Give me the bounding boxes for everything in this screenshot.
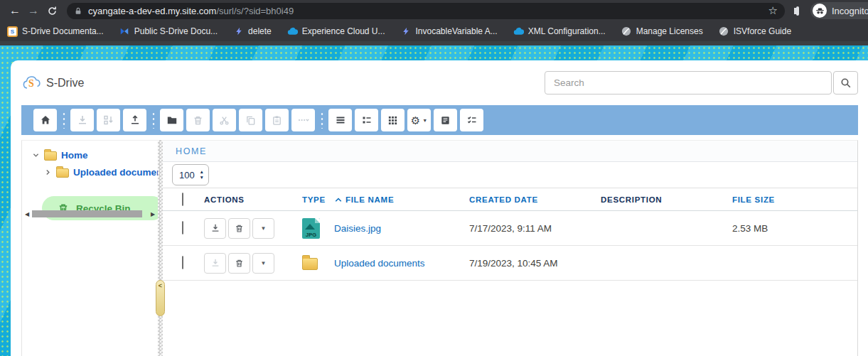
more-actions-button[interactable] [291, 109, 315, 131]
download-icon [77, 114, 88, 126]
bookmark-label: XML Configuration... [528, 26, 606, 36]
globe-icon [621, 26, 632, 37]
home-button[interactable] [33, 109, 57, 131]
file-name-link[interactable]: Daisies.jpg [334, 223, 381, 234]
incognito-icon [813, 4, 827, 18]
folder-tree-panel: Home Uploaded documents Recycle Bin ◀ [21, 140, 158, 356]
scroll-right-icon[interactable]: ▶ [149, 211, 156, 217]
paste-button[interactable] [265, 109, 289, 131]
row-actions: ▼ [204, 218, 302, 239]
sdrive-favicon: S [7, 26, 18, 37]
file-name-link[interactable]: Uploaded documents [334, 258, 425, 269]
forward-button[interactable]: → [24, 1, 43, 20]
scroll-left-icon[interactable]: ◀ [23, 211, 31, 217]
detail-view-button[interactable] [355, 109, 378, 131]
caret-down-icon: ▼ [261, 260, 267, 266]
folder-icon [302, 258, 318, 270]
scrollbar-thumb[interactable] [32, 210, 142, 217]
select-all-checkbox[interactable] [182, 193, 183, 206]
preview-pane-button[interactable] [434, 109, 457, 131]
tree-item-uploaded-documents[interactable]: Uploaded documents [22, 163, 158, 180]
search-button[interactable] [833, 71, 858, 95]
column-header-file-size[interactable]: FILE SIZE [732, 195, 857, 204]
bookmark-label: Experience Cloud U... [302, 26, 385, 36]
upload-button[interactable] [123, 109, 146, 131]
bookmark-isvforce-guide[interactable]: ISVforce Guide [719, 26, 791, 37]
sdrive-logo-icon: S [22, 76, 42, 90]
page-size-stepper[interactable]: 100 ▲ ▼ [172, 164, 209, 185]
multi-download-icon [103, 114, 114, 126]
content-area: Home Uploaded documents Recycle Bin ◀ [21, 140, 858, 356]
bookmark-delete[interactable]: delete [233, 26, 272, 37]
side-panel-icon[interactable] [796, 6, 799, 16]
column-header-file-name[interactable]: FILE NAME [334, 195, 469, 204]
search-input[interactable] [545, 71, 832, 95]
delete-button[interactable] [186, 109, 210, 131]
row-more-button[interactable]: ▼ [252, 218, 274, 239]
row-download-button[interactable] [204, 253, 226, 274]
panel-resize-gutter[interactable]: < [158, 140, 163, 356]
bookmark-public-sdrive-docs[interactable]: Public S-Drive Docu... [119, 26, 218, 37]
panel-collapse-handle[interactable]: < [156, 280, 165, 316]
file-toolbar: ⚙ ▼ [21, 105, 858, 135]
toolbar-separator [151, 112, 156, 129]
breadcrumb[interactable]: HOME [176, 146, 207, 156]
scissors-icon [219, 115, 230, 126]
bookmark-label: InvocableVariable A... [416, 26, 498, 36]
page-size-row: 100 ▲ ▼ [163, 162, 857, 188]
chevron-right-icon[interactable] [43, 168, 53, 176]
back-button[interactable]: ← [6, 1, 24, 20]
bookmark-experience-cloud[interactable]: Experience Cloud U... [287, 26, 385, 37]
tree-item-label: Uploaded documents [73, 167, 158, 178]
url-domain: cyangate-a-dev-ed.my.site.com [88, 6, 216, 16]
incognito-label: Incognito [832, 6, 868, 16]
lightning-icon [401, 26, 412, 37]
lightning-icon [233, 26, 244, 37]
search-icon [840, 77, 852, 89]
bookmark-invocablevariable[interactable]: InvocableVariable A... [401, 26, 498, 37]
more-icon [297, 114, 310, 126]
tree-horizontal-scrollbar[interactable]: ◀ ▶ [23, 209, 156, 219]
row-delete-button[interactable] [228, 218, 250, 239]
grid-view-button[interactable] [381, 109, 404, 131]
cloud-icon [513, 26, 524, 37]
upload-icon [129, 114, 141, 126]
bookmark-sdrive-documentation[interactable]: S S-Drive Documenta... [7, 26, 104, 37]
row-download-button[interactable] [204, 218, 226, 239]
bookmark-label: delete [248, 26, 272, 36]
page-background: S S-Drive [0, 45, 868, 356]
bookmark-label: ISVforce Guide [734, 26, 791, 36]
column-header-type[interactable]: TYPE [302, 195, 334, 204]
row-checkbox[interactable] [182, 221, 183, 234]
row-delete-button[interactable] [228, 253, 250, 274]
new-folder-button[interactable] [160, 109, 183, 131]
address-bar[interactable]: cyangate-a-dev-ed.my.site.com/surl/s/?si… [67, 3, 785, 19]
table-header-row: ACTIONS TYPE FILE NAME CREATED DATE DESC… [163, 188, 857, 211]
multi-download-button[interactable] [97, 109, 120, 131]
settings-button[interactable]: ⚙ ▼ [407, 109, 431, 131]
chevron-down-icon[interactable] [31, 151, 41, 159]
list-view-button[interactable] [328, 109, 352, 131]
copy-button[interactable] [239, 109, 262, 131]
browser-chrome: ← → cyangate-a-dev-ed.my.site.com/surl/s… [0, 0, 868, 45]
download-button[interactable] [70, 109, 94, 131]
column-header-created-date[interactable]: CREATED DATE [469, 195, 601, 204]
sdrive-card: S S-Drive [11, 60, 868, 356]
stepper-up-icon[interactable]: ▲ [200, 170, 204, 175]
forward-icon: → [28, 4, 39, 17]
bookmark-xml-configuration[interactable]: XML Configuration... [513, 26, 606, 37]
row-checkbox[interactable] [182, 256, 183, 269]
bookmark-star-icon[interactable]: ☆ [768, 4, 778, 17]
folder-icon [44, 151, 57, 161]
bookmark-manage-licenses[interactable]: Manage Licenses [621, 26, 703, 37]
bookmark-label: Manage Licenses [636, 26, 703, 36]
reload-button[interactable] [43, 1, 61, 20]
trash-icon [193, 115, 203, 126]
back-icon: ← [9, 4, 21, 17]
checklist-button[interactable] [460, 109, 483, 131]
tree-item-home[interactable]: Home [22, 146, 158, 163]
scrollbar-track[interactable] [31, 210, 149, 218]
stepper-down-icon[interactable]: ▼ [200, 176, 204, 180]
row-more-button[interactable]: ▼ [252, 253, 274, 274]
cut-button[interactable] [213, 109, 236, 131]
